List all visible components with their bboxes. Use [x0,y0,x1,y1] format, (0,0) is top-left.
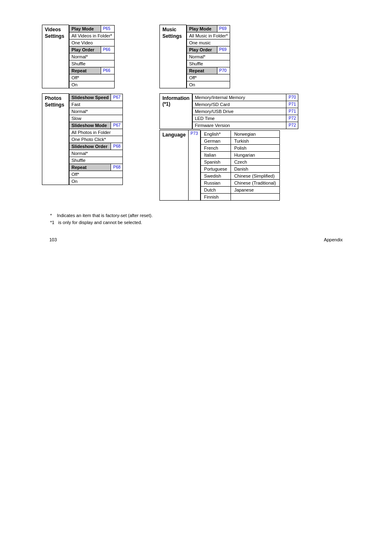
lang-french: French [201,144,231,151]
photos-order-normal: Normal* [69,150,123,157]
videos-shuffle: Shuffle [69,60,115,67]
page-number: 103 [49,237,57,242]
music-repeat-header: Repeat [187,67,217,74]
info-memory-sd-ref: P71 [286,101,298,108]
videos-play-order-ref: P66 [101,46,114,53]
photos-fast: Fast [69,101,123,108]
lang-finnish: Finnish [201,193,231,200]
language-ref: P73 [188,130,200,201]
lang-swedish: Swedish [201,172,231,179]
videos-inner: Play Mode P65 [69,25,115,88]
language-block: Language P73 [159,130,279,201]
photos-all-photos: All Photos in Folder [69,129,123,136]
footnote-star1-text: is only for display and cannot be select… [58,220,142,225]
music-play-order-ref: P69 [217,46,230,53]
videos-on: On [69,81,115,88]
photos-slideshow-speed-ref: P67 [111,94,123,101]
info-firmware-ref: P72 [286,122,298,129]
appendix-label: Appendix [324,237,343,242]
page-content: Videos Settings [8,8,384,259]
lang-english: English* [201,130,231,137]
videos-off: Off* [69,74,115,81]
footnote-star-text: Indicates an item that is factory-set (a… [57,213,153,218]
photos-slideshow-order-ref: P68 [111,143,123,150]
photos-inner: Slideshow Speed P67 [69,94,123,185]
lang-chinese-traditional: Chinese (Traditional) [231,179,279,186]
lang-czech: Czech [231,158,279,165]
music-settings-label: Music Settings [160,25,187,88]
photos-one-photo-click: One Photo Click* [69,136,123,143]
info-memory-sd: Memory/SD Card [193,101,286,108]
music-off: Off* [187,74,230,81]
lang-german: German [201,137,231,144]
photos-order-shuffle: Shuffle [69,157,123,164]
footnote-star: * Indicates an item that is factory-set … [50,213,350,218]
lang-chinese-simplified: Chinese (Simplified) [231,172,279,179]
music-repeat-ref: P70 [217,67,230,74]
music-play-order-header: Play Order [187,46,217,53]
photos-normal: Normal* [69,108,123,115]
music-one-music: One music [187,39,230,46]
lang-empty [231,193,279,200]
music-on: On [187,81,230,88]
photos-repeat-header: Repeat [69,164,111,171]
videos-play-order-header: Play Order [69,46,101,53]
lang-polish: Polish [231,144,279,151]
top-row-table: Videos Settings [42,25,350,201]
lang-danish: Danish [231,165,279,172]
videos-play-mode-ref: P65 [101,25,114,32]
row-gap [42,88,350,93]
music-shuffle: Shuffle [187,60,230,67]
lang-dutch: Dutch [201,186,231,193]
footnote-star1: *1 is only for display and cannot be sel… [50,220,350,225]
spacer1 [155,25,159,88]
right-column: Information (*1) [159,93,298,201]
lang-portuguese: Portuguese [201,165,231,172]
info-led-time: LED Time [193,115,286,122]
lang-italian: Italian [201,151,231,158]
photos-settings-block: Photos Settings [42,93,123,185]
music-play-mode-ref: P69 [217,25,230,32]
photos-settings-label: Photos Settings [42,94,69,185]
photos-repeat-off: Off* [69,171,123,178]
videos-repeat-header: Repeat [69,67,101,74]
videos-repeat-ref: P66 [101,67,114,74]
information-label: Information (*1) [160,94,192,129]
photos-repeat-on: On [69,178,123,185]
lang-hungarian: Hungarian [231,151,279,158]
videos-one-video: One Video [69,39,115,46]
music-all-music: All Music in Folder* [187,32,230,39]
info-led-time-ref: P72 [286,115,298,122]
music-inner: Play Mode P69 [187,25,230,88]
footnote-star1-symbol: *1 [50,220,57,225]
lang-turkish: Turkish [231,137,279,144]
videos-normal: Normal* [69,53,115,60]
info-memory-internal: Memory/Internal Memory [193,94,286,101]
page-footer: 103 Appendix [33,237,359,242]
info-memory-usb-ref: P71 [286,108,298,115]
videos-settings-block: Videos Settings [42,25,115,88]
photos-slideshow-order-header: Slideshow Order [69,143,111,150]
photos-slideshow-mode-ref: P67 [111,122,123,129]
lang-russian: Russian [201,179,231,186]
music-settings-block: Music Settings [159,25,230,88]
info-memory-internal-ref: P70 [286,94,298,101]
information-block: Information (*1) [159,93,298,129]
language-inner: English* Norwegian German Turkis [201,130,280,201]
main-diagram: Videos Settings [42,25,350,225]
photos-repeat-ref: P68 [111,164,123,171]
videos-settings-label: Videos Settings [42,25,69,88]
photos-slow: Slow [69,115,123,122]
photos-slideshow-speed-header: Slideshow Speed [69,94,111,101]
spacer2 [155,93,159,201]
videos-all-videos: All Videos in Folder* [69,32,115,39]
info-firmware: Firmware Version [193,122,286,129]
information-inner: Memory/Internal Memory P70 [192,94,298,129]
footnote-star-symbol: * [50,213,55,218]
language-label: Language [160,130,189,201]
lang-japanese: Japanese [231,186,279,193]
music-normal: Normal* [187,53,230,60]
lang-spanish: Spanish [201,158,231,165]
videos-play-mode-header: Play Mode [69,25,101,32]
lang-norwegian: Norwegian [231,130,279,137]
